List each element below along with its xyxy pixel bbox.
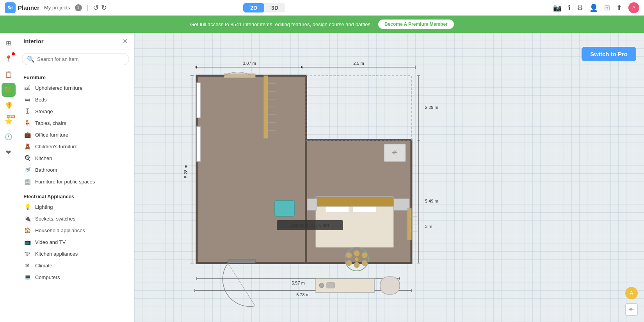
chandelier-arm-4 bbox=[362, 260, 367, 266]
sidebar-item-materials[interactable]: 📋 bbox=[2, 67, 16, 81]
sidebar-item-new[interactable]: ⭐ NEW bbox=[2, 114, 16, 128]
category-label-climate: Climate bbox=[35, 263, 52, 269]
sidebar-item-floor-plan[interactable]: ⊞ bbox=[2, 36, 16, 50]
category-item-computers[interactable]: 💻 Computers bbox=[17, 271, 134, 283]
dim-label-right-upper: 2.29 m bbox=[425, 105, 438, 110]
view-toggle: 2D 3D bbox=[243, 3, 285, 12]
dim-label-bottom-outer: 5.78 m bbox=[296, 292, 310, 297]
category-label-kitchen: Kitchen bbox=[35, 155, 52, 161]
share-icon[interactable]: ⬆ bbox=[616, 4, 622, 12]
dim-label-top-right: 2.5 m bbox=[353, 61, 364, 66]
category-label-kitchen-appliances: Kitchen appliances bbox=[35, 251, 78, 257]
search-box: 🔍 bbox=[22, 53, 129, 65]
panel-header: Interior ✕ bbox=[17, 33, 134, 50]
camera-icon[interactable]: 📷 bbox=[553, 4, 562, 12]
category-item-sockets[interactable]: 🔌 Sockets, switches bbox=[17, 213, 134, 224]
view-2d-button[interactable]: 2D bbox=[243, 3, 264, 12]
kitchen-appliances-icon: 🍽 bbox=[23, 251, 31, 257]
chandelier-arm-1 bbox=[346, 253, 352, 258]
app-name: Planner bbox=[18, 4, 39, 11]
undo-button[interactable]: ↺ bbox=[93, 4, 99, 12]
floorplan-svg: 3.07 m 2.5 m 2.29 m 5.49 m 5.28 m 3 m bbox=[173, 56, 447, 322]
climate-icon: ❄ bbox=[23, 262, 31, 269]
search-icon: 🔍 bbox=[27, 55, 35, 63]
separator: | bbox=[87, 4, 89, 12]
premium-banner: Get full access to 8541 interior items, … bbox=[0, 16, 644, 33]
category-item-climate[interactable]: ❄ Climate bbox=[17, 260, 134, 271]
chandelier-arm-6 bbox=[354, 262, 359, 268]
sidebar-item-dislike[interactable]: 👎 bbox=[2, 98, 16, 112]
user-edit-icon[interactable]: 👤 bbox=[589, 4, 598, 12]
video-tv-icon: 📺 bbox=[23, 239, 31, 245]
window-top-left-2 bbox=[197, 126, 201, 162]
profile-bottom[interactable]: A bbox=[625, 287, 638, 299]
beds-icon: 🛏 bbox=[23, 96, 31, 103]
category-item-office[interactable]: 💼 Office furniture bbox=[17, 129, 134, 141]
info-icon[interactable]: ℹ bbox=[568, 4, 571, 12]
left-sidebar: ⊞ 📍 📋 🟩 👎 ⭐ NEW 🕐 ❤ bbox=[0, 33, 17, 322]
door-bottom bbox=[228, 259, 255, 263]
premium-button[interactable]: Become A Premium Member bbox=[378, 20, 454, 29]
sidebar-item-favorites[interactable]: ❤ bbox=[2, 145, 16, 159]
panel-close-button[interactable]: ✕ bbox=[123, 37, 128, 45]
layout-icon[interactable]: ⊞ bbox=[604, 4, 610, 12]
category-item-household[interactable]: 🏠 Household appliances bbox=[17, 224, 134, 236]
app-logo: 5d Planner bbox=[5, 2, 39, 13]
category-item-childrens[interactable]: 🧸 Children's furniture bbox=[17, 141, 134, 152]
avatar[interactable]: A bbox=[628, 2, 639, 13]
chair bbox=[380, 277, 400, 294]
staircase bbox=[264, 76, 268, 138]
upholstered-icon: 🛋 bbox=[23, 85, 31, 91]
category-item-video-tv[interactable]: 📺 Video and TV bbox=[17, 236, 134, 248]
dresser bbox=[316, 279, 374, 292]
topbar: 5d Planner My projects 1 | ↺ ↻ 2D 3D 📷 ℹ… bbox=[0, 0, 644, 16]
search-input[interactable] bbox=[37, 56, 124, 62]
category-label-tables: Tables, chairs bbox=[35, 120, 66, 126]
category-item-kitchen-appliances[interactable]: 🍽 Kitchen appliances bbox=[17, 248, 134, 260]
category-item-kitchen[interactable]: 🍳 Kitchen bbox=[17, 152, 134, 164]
floor-left bbox=[198, 77, 305, 262]
chandelier-center bbox=[355, 257, 359, 261]
door-top-left bbox=[224, 74, 255, 78]
category-item-beds[interactable]: 🛏 Beds bbox=[17, 94, 134, 105]
objects-notif-dot bbox=[12, 52, 15, 55]
my-projects-link[interactable]: My projects bbox=[44, 5, 70, 11]
category-label-lighting: Lighting bbox=[35, 204, 53, 210]
dim-label-right-mid: 3 m bbox=[425, 224, 432, 229]
category-item-storage[interactable]: 🗄 Storage bbox=[17, 105, 134, 117]
panel-scroll: Furniture 🛋 Upholstered furniture 🛏 Beds… bbox=[17, 68, 134, 322]
dim-label-top-left: 3.07 m bbox=[243, 61, 256, 66]
category-item-bathroom[interactable]: 🚿 Bathroom bbox=[17, 164, 134, 176]
settings-icon[interactable]: ⚙ bbox=[577, 4, 583, 12]
category-label-public: Furniture for public spaces bbox=[35, 179, 95, 185]
interior-panel: Interior ✕ 🔍 Furniture 🛋 Upholstered fur… bbox=[17, 33, 134, 322]
category-label-storage: Storage bbox=[35, 109, 53, 114]
topbar-right-icons: 📷 ℹ ⚙ 👤 ⊞ ⬆ A bbox=[553, 2, 639, 13]
sidebar-item-objects[interactable]: 📍 bbox=[2, 52, 16, 66]
category-label-sockets: Sockets, switches bbox=[35, 216, 75, 222]
category-item-public[interactable]: 🏢 Furniture for public spaces bbox=[17, 176, 134, 187]
lighting-icon: 💡 bbox=[23, 204, 31, 210]
edit-button[interactable]: ✏ bbox=[625, 303, 638, 316]
category-item-lighting[interactable]: 💡 Lighting bbox=[17, 201, 134, 213]
category-label-upholstered: Upholstered furniture bbox=[35, 85, 82, 91]
window-top-left bbox=[197, 83, 201, 118]
headboard bbox=[316, 197, 394, 206]
view-3d-button[interactable]: 3D bbox=[264, 3, 285, 12]
tables-icon: 🪑 bbox=[23, 120, 31, 126]
dim-label-left: 5.28 m bbox=[183, 165, 188, 178]
sidebar-item-history[interactable]: 🕐 bbox=[2, 130, 16, 144]
door-right bbox=[407, 208, 411, 240]
switch-to-pro-button[interactable]: Switch to Pro bbox=[582, 47, 636, 61]
category-label-bathroom: Bathroom bbox=[35, 167, 57, 173]
category-item-tables[interactable]: 🪑 Tables, chairs bbox=[17, 117, 134, 129]
redo-button[interactable]: ↻ bbox=[101, 4, 107, 12]
sidebar-item-interior[interactable]: 🟩 bbox=[2, 83, 16, 97]
chandelier-arm-2 bbox=[362, 253, 367, 258]
project-count: 1 bbox=[75, 4, 82, 11]
category-item-upholstered[interactable]: 🛋 Upholstered furniture bbox=[17, 82, 134, 94]
computers-icon: 💻 bbox=[23, 274, 31, 280]
selection-box bbox=[306, 76, 411, 140]
canvas-area[interactable]: Switch to Pro 3.07 m 2.5 m 2.29 m 5.49 m bbox=[134, 33, 644, 322]
sockets-icon: 🔌 bbox=[23, 215, 31, 222]
